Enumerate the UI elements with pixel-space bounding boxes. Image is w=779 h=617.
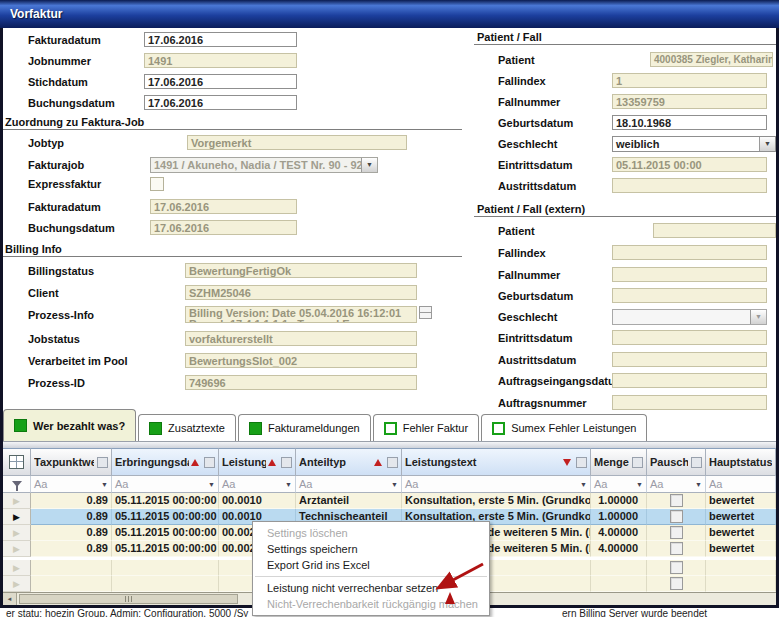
chevron-down-icon[interactable]: ▼: [750, 310, 766, 324]
fallindex-field: 1: [612, 73, 767, 88]
filter-corner-cell[interactable]: [3, 476, 31, 493]
cell-pauschalisiert: [647, 509, 706, 525]
column-header-erbringungsdatum[interactable]: Erbringungsdatum: [112, 448, 219, 476]
pauschalisiert-checkbox[interactable]: [670, 577, 683, 590]
chevron-down-icon[interactable]: ▼: [695, 481, 702, 488]
buchungsdatum2-field: 17.06.2016: [150, 220, 297, 235]
chevron-down-icon[interactable]: ▼: [391, 481, 398, 488]
row-selector-cell[interactable]: ▶: [3, 576, 31, 592]
column-header-menge[interactable]: Menge: [591, 448, 647, 476]
fakturadatum-input[interactable]: 17.06.2016: [144, 32, 297, 47]
pauschalisiert-checkbox[interactable]: [670, 542, 683, 555]
pauschalisiert-checkbox[interactable]: [670, 561, 683, 574]
row-selector-cell[interactable]: ▶: [3, 493, 31, 509]
chevron-down-icon[interactable]: ▼: [101, 481, 108, 488]
filter-cell-pauschalisiert[interactable]: Aa▼: [647, 476, 706, 493]
grid-corner-cell[interactable]: [3, 448, 31, 476]
filter-cell-menge[interactable]: Aa▼: [591, 476, 647, 493]
tab-sumex-fehler-leistungen[interactable]: Sumex Fehler Leistungen: [481, 414, 647, 441]
tab-label: Sumex Fehler Leistungen: [511, 422, 636, 434]
cell-erbringungsdatum: 05.11.2015 00:00:00: [112, 541, 219, 557]
sort-desc-icon: [563, 459, 571, 466]
filter-cell-leistungsnr[interactable]: Aa▼: [219, 476, 296, 493]
pauschalisiert-checkbox[interactable]: [670, 510, 683, 523]
filter-cell-anteiltyp[interactable]: Aa▼: [296, 476, 402, 493]
chevron-down-icon[interactable]: ▼: [759, 137, 775, 151]
verarbeitet-im-pool-label: Verarbeitet im Pool: [28, 355, 128, 367]
cell-hauptstatus: bewertet: [706, 541, 776, 557]
row-selector-cell[interactable]: ▶: [3, 541, 31, 557]
chevron-down-icon[interactable]: ▼: [636, 481, 643, 488]
scrollbar-left-arrow[interactable]: ◄: [3, 593, 17, 605]
auftragseingangsdatum-field: [612, 373, 767, 388]
status-bar-left-text: er statu: hoezin Group, Admin: Configura…: [6, 608, 248, 617]
fakturajob-combo[interactable]: 1491 / Akuneho, Nadia / TEST Nr. 90 - 92…: [150, 157, 378, 173]
menu-item-settings-speichern[interactable]: Settings speichern: [253, 541, 489, 557]
expressfaktur-checkbox[interactable]: [150, 177, 164, 191]
fakturajob-value: 1491 / Akuneho, Nadia / TEST Nr. 90 - 92…: [154, 159, 378, 171]
filter-cell-taxpunktwert[interactable]: Aa▼: [31, 476, 112, 493]
filter-cell-hauptstatus[interactable]: Aa: [706, 476, 776, 493]
tab-zusatztexte[interactable]: Zusatztexte: [138, 414, 236, 441]
patient-label: Patient: [498, 54, 535, 66]
column-header-pauschalisiert[interactable]: Pauschalisie: [647, 448, 706, 476]
row-selector-cell[interactable]: ▶: [3, 525, 31, 541]
stichdatum-input[interactable]: 17.06.2016: [144, 74, 297, 89]
billingstatus-field: BewertungFertigOk: [185, 263, 417, 278]
tab-fakturameldungen[interactable]: Fakturameldungen: [238, 414, 371, 441]
row-selector-cell[interactable]: ▶: [3, 560, 31, 576]
column-header-leistungsnr[interactable]: Leistungsnr: [219, 448, 296, 476]
fakturadatum2-field: 17.06.2016: [150, 199, 297, 214]
chevron-down-icon[interactable]: ▼: [361, 158, 377, 172]
filter-cell-erbringungsdatum[interactable]: Aa▼: [112, 476, 219, 493]
row-selector-cell[interactable]: ▶: [3, 509, 31, 525]
pauschalisiert-checkbox[interactable]: [670, 494, 683, 507]
geschlecht-value: weiblich: [616, 138, 659, 150]
chevron-down-icon[interactable]: ▼: [580, 481, 587, 488]
pin-icon[interactable]: [387, 457, 398, 468]
menu-item-settings-loeschen[interactable]: Settings löschen: [253, 525, 489, 541]
cell-pauschalisiert: [647, 525, 706, 541]
column-header-taxpunktwert[interactable]: Taxpunktwert: [31, 448, 112, 476]
prozess-info-expand-button[interactable]: [419, 306, 432, 322]
pin-icon[interactable]: [204, 457, 215, 468]
geschlecht-select[interactable]: weiblich ▼: [612, 136, 776, 152]
menu-item-nicht-verrechenbarkeit-rueckgaengig[interactable]: Nicht-Verrechenbarkeit rückgängig machen: [253, 596, 489, 612]
menu-item-leistung-nicht-verrechenbar-setzen[interactable]: Leistung nicht verrechenbar setzen: [253, 580, 489, 596]
pin-icon[interactable]: [691, 457, 702, 468]
patient-field: 4000385 Ziegler, Katharina: [650, 52, 773, 67]
cell-hauptstatus: bewertet: [706, 509, 776, 525]
pin-icon[interactable]: [576, 457, 587, 468]
auftragsnummer-label: Auftragsnummer: [498, 397, 587, 409]
geschlecht-extern-select[interactable]: ▼: [612, 309, 767, 325]
cell-erbringungsdatum: 05.11.2015 00:00:00: [112, 525, 219, 541]
tab-wer-bezahlt-was[interactable]: Wer bezahlt was?: [3, 409, 136, 441]
table-row[interactable]: ▶ 0.89 05.11.2015 00:00:00 00.0010 Arzta…: [3, 493, 776, 509]
tab-bar: Wer bezahlt was? Zusatztexte Fakturameld…: [3, 411, 649, 441]
tab-fehler-faktur[interactable]: Fehler Faktur: [373, 414, 479, 441]
chevron-down-icon[interactable]: ▼: [285, 481, 292, 488]
buchungsdatum-input[interactable]: 17.06.2016: [144, 95, 297, 110]
pin-icon[interactable]: [281, 457, 292, 468]
geburtsdatum-input[interactable]: 18.10.1968: [612, 115, 767, 130]
jobtyp-label: Jobtyp: [28, 137, 64, 149]
prozess-id-label: Prozess-ID: [28, 377, 85, 389]
green-filled-square-icon: [14, 419, 27, 432]
filter-cell-leistungstext[interactable]: Aa▼: [402, 476, 591, 493]
section-divider: [474, 44, 776, 45]
eintrittsdatum-field: 05.11.2015 00:00: [612, 157, 767, 172]
auftragsnummer-field: [612, 395, 767, 410]
column-header-anteiltyp[interactable]: Anteiltyp: [296, 448, 402, 476]
chevron-down-icon[interactable]: ▼: [208, 481, 215, 488]
column-label: Menge: [594, 456, 629, 468]
scrollbar-thumb[interactable]: [19, 594, 238, 604]
menu-item-export-grid-excel[interactable]: Export Grid ins Excel: [253, 557, 489, 573]
column-header-leistungstext[interactable]: Leistungstext: [402, 448, 591, 476]
pin-icon[interactable]: [632, 457, 643, 468]
buchungsdatum-label: Buchungsdatum: [28, 97, 115, 109]
tab-label: Fakturameldungen: [268, 422, 360, 434]
column-header-hauptstatus[interactable]: Hauptstatus: [706, 448, 776, 476]
pauschalisiert-checkbox[interactable]: [670, 526, 683, 539]
pin-icon[interactable]: [97, 457, 108, 468]
stichdatum-label: Stichdatum: [28, 76, 88, 88]
